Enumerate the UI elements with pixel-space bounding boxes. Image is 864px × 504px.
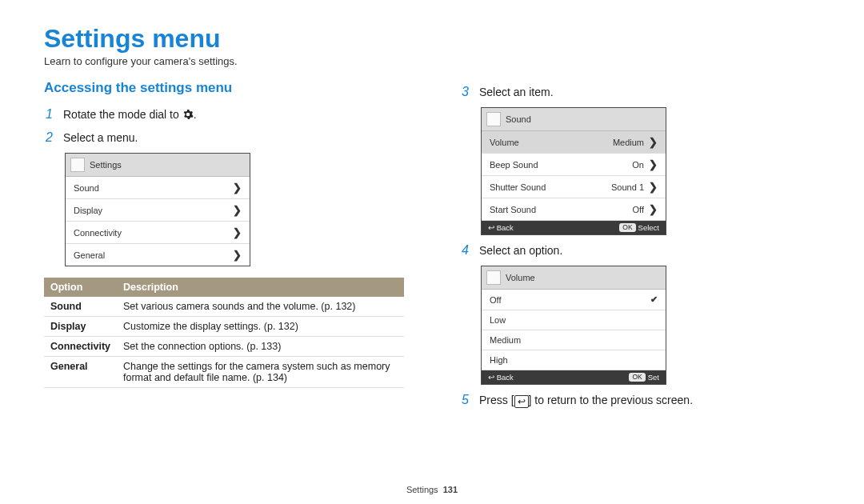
screen-header-label: Volume <box>506 273 535 282</box>
step-5-suffix: ] to return to the previous screen. <box>529 394 693 406</box>
check-icon: ✔ <box>650 294 658 305</box>
step-number: 2 <box>46 130 55 145</box>
list-item: High <box>482 350 666 370</box>
camera-screen-volume: Volume Off✔ Low Medium High ↩ Back OKSet <box>481 266 666 385</box>
screen-footer: ↩ Back OKSelect <box>482 221 666 234</box>
step-number: 5 <box>462 393 471 407</box>
back-key-icon: ↩ <box>514 395 529 408</box>
list-item-label: Medium <box>490 335 521 345</box>
header-icon <box>486 112 501 126</box>
list-item-label: High <box>490 355 508 365</box>
footer-page-number: 131 <box>443 485 458 494</box>
back-icon: ↩ <box>488 223 494 232</box>
list-item: Shutter SoundSound 1❯ <box>482 176 666 198</box>
table-row: ConnectivitySet the connection options. … <box>44 337 404 357</box>
list-item: Medium <box>482 330 666 350</box>
table-row: DisplayCustomize the display settings. (… <box>44 317 404 337</box>
screen-footer: ↩ Back OKSet <box>482 370 666 384</box>
chevron-right-icon: ❯ <box>649 181 658 193</box>
list-item-label: Low <box>490 315 506 325</box>
option-name: Display <box>44 317 117 337</box>
list-item: Display❯ <box>66 199 250 222</box>
list-item: Off✔ <box>482 290 666 310</box>
footer-ok-label: Set <box>648 373 659 382</box>
header-icon <box>486 270 501 285</box>
list-item-label: Off <box>490 295 501 305</box>
list-item: Connectivity❯ <box>66 222 250 244</box>
screen-header: Settings <box>66 154 250 177</box>
chevron-right-icon: ❯ <box>649 158 658 170</box>
list-item: Sound❯ <box>66 177 250 199</box>
options-table: Option Description SoundSet various came… <box>44 278 404 388</box>
step-text: Select an option. <box>479 244 562 257</box>
list-item: Low <box>482 310 666 330</box>
section-heading: Accessing the settings menu <box>44 80 404 96</box>
list-item-label: General <box>74 250 105 260</box>
table-row: GeneralChange the settings for the camer… <box>44 357 404 388</box>
page-footer: Settings 131 <box>0 485 864 494</box>
list-item-label: Volume <box>490 138 519 147</box>
step-1-suffix: . <box>194 108 197 121</box>
screen-header: Volume <box>482 266 666 290</box>
step-3: 3 Select an item. <box>462 85 820 99</box>
list-item-label: Display <box>74 206 102 215</box>
table-row: SoundSet various camera sounds and the v… <box>44 297 404 317</box>
option-desc: Customize the display settings. (p. 132) <box>117 317 404 337</box>
step-5: 5 Press [↩] to return to the previous sc… <box>462 393 820 408</box>
list-item-value: On <box>632 160 644 170</box>
option-desc: Change the settings for the camera syste… <box>117 357 404 388</box>
page-title: Settings menu <box>44 24 820 54</box>
list-item: VolumeMedium❯ <box>482 131 666 154</box>
list-item: Start SoundOff❯ <box>482 198 666 221</box>
gear-icon <box>182 109 194 122</box>
option-name: Connectivity <box>44 337 117 357</box>
step-1-prefix: Rotate the mode dial to <box>63 108 182 121</box>
step-5-prefix: Press [ <box>479 394 514 406</box>
footer-section: Settings <box>406 485 438 494</box>
chevron-right-icon: ❯ <box>233 249 242 261</box>
list-item-label: Connectivity <box>74 228 122 238</box>
list-item-label: Sound <box>74 183 99 193</box>
right-column: 3 Select an item. Sound VolumeMedium❯ Be… <box>460 78 820 416</box>
screen-header-label: Settings <box>90 160 122 170</box>
chevron-right-icon: ❯ <box>649 203 658 215</box>
ok-key: OK <box>619 223 635 232</box>
screen-header: Sound <box>482 108 666 131</box>
chevron-right-icon: ❯ <box>233 204 242 216</box>
step-text: Press [↩] to return to the previous scre… <box>479 394 693 408</box>
option-name: Sound <box>44 297 117 317</box>
step-number: 4 <box>462 243 471 258</box>
camera-screen-sound: Sound VolumeMedium❯ Beep SoundOn❯ Shutte… <box>481 107 666 235</box>
list-item-label: Shutter Sound <box>490 182 546 192</box>
table-header: Description <box>117 278 404 297</box>
list-item: Beep SoundOn❯ <box>482 154 666 176</box>
step-text: Rotate the mode dial to . <box>63 108 197 122</box>
table-header: Option <box>44 278 117 297</box>
step-number: 1 <box>46 107 55 122</box>
option-desc: Set various camera sounds and the volume… <box>117 297 404 317</box>
list-item-value: Sound 1 <box>611 182 644 192</box>
list-item: General❯ <box>66 244 250 266</box>
list-item-value: Medium <box>613 138 644 147</box>
left-column: Accessing the settings menu 1 Rotate the… <box>44 78 404 416</box>
screen-header-label: Sound <box>506 114 531 124</box>
ok-key: OK <box>629 373 645 382</box>
header-icon <box>70 158 85 172</box>
step-number: 3 <box>462 85 471 99</box>
camera-screen-settings: Settings Sound❯ Display❯ Connectivity❯ G… <box>65 153 250 266</box>
list-item-label: Beep Sound <box>490 160 538 170</box>
footer-back-label: Back <box>497 373 514 382</box>
table-header-row: Option Description <box>44 278 404 297</box>
list-item-label: Start Sound <box>490 205 536 214</box>
list-item-value: Off <box>633 205 644 214</box>
step-4: 4 Select an option. <box>462 243 820 258</box>
chevron-right-icon: ❯ <box>233 226 242 238</box>
chevron-right-icon: ❯ <box>649 136 658 148</box>
step-2: 2 Select a menu. <box>46 130 404 145</box>
option-desc: Set the connection options. (p. 133) <box>117 337 404 357</box>
option-name: General <box>44 357 117 388</box>
step-text: Select a menu. <box>63 131 138 144</box>
back-icon: ↩ <box>488 373 494 382</box>
step-1: 1 Rotate the mode dial to . <box>46 107 404 122</box>
footer-back-label: Back <box>497 223 514 232</box>
